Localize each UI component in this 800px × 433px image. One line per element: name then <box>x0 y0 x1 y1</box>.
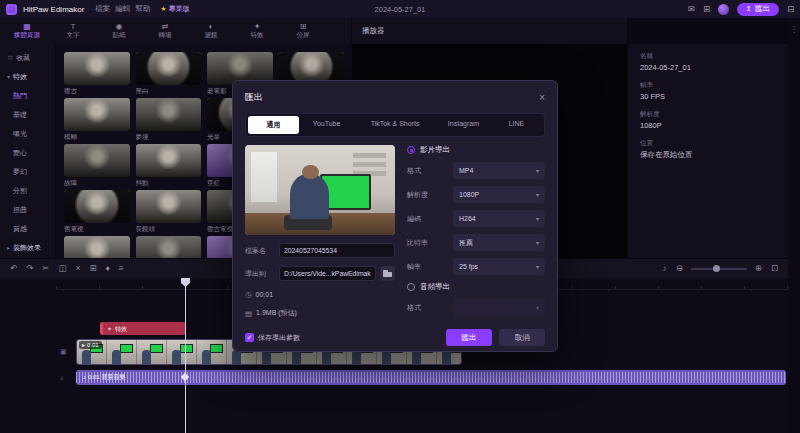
video-export-fields: 格式MP4▾解析度1080P▾編碼H264▾比特率推薦▾幀率25 fps▾ <box>407 162 545 275</box>
media-tab-label: 分屏 <box>297 32 310 39</box>
media-tab[interactable]: ⇄轉場 <box>142 23 188 39</box>
media-tab[interactable]: ✦特效 <box>234 23 280 39</box>
effect-item[interactable]: 復古 <box>64 52 130 96</box>
effect-item[interactable]: 舊電視 <box>64 190 130 234</box>
effect-item[interactable]: 夢境 <box>136 98 202 142</box>
video-frame-thumbnail <box>107 340 137 364</box>
menu-item[interactable]: 編輯 <box>115 4 130 14</box>
person-silhouette <box>290 174 329 219</box>
export-field-value: 推薦 <box>459 238 473 248</box>
timeline-zoom-slider[interactable] <box>691 268 747 270</box>
filename-row: 檔案名 <box>245 243 395 258</box>
video-clip-label: ▸ 0:01 <box>79 341 102 349</box>
app-logo-icon <box>6 4 17 15</box>
more-vertical-icon[interactable]: ⋮ <box>790 26 798 34</box>
effect-clip[interactable]: ✦ 特效 <box>100 322 186 335</box>
more-tools-icon[interactable]: ≡ <box>119 264 124 273</box>
category-label: 扭曲 <box>13 205 27 215</box>
category-item[interactable]: 基礎 <box>0 105 55 124</box>
save-params-checkbox[interactable]: ✓ 保存導出參數 <box>245 333 300 343</box>
layout-icon[interactable]: ⊟ <box>787 5 794 14</box>
media-tab[interactable]: ⊞分屏 <box>280 23 326 39</box>
export-tab[interactable]: YouTube <box>301 116 352 134</box>
category-item[interactable]: ▸裝飾效果 <box>0 238 55 257</box>
media-tab[interactable]: T文字 <box>50 23 96 39</box>
effect-item[interactable]: 黑白 <box>136 52 202 96</box>
export-confirm-button[interactable]: 匯出 <box>446 329 492 346</box>
menu-item[interactable]: 幫助 <box>135 4 150 14</box>
crop-icon[interactable]: ◫ <box>58 264 66 273</box>
filename-label: 檔案名 <box>245 246 275 256</box>
category-item[interactable]: ☆收藏 <box>0 48 55 67</box>
audio-export-label: 音頻導出 <box>420 282 450 292</box>
media-tab[interactable]: ◐濾鏡 <box>188 23 234 39</box>
video-track-icon[interactable]: ▣ <box>60 348 67 355</box>
export-tab[interactable]: TikTok & Shorts <box>354 116 436 134</box>
category-label: 愛心 <box>13 148 27 158</box>
export-path-label: 導出到 <box>245 269 275 279</box>
export-field-select[interactable]: MP4▾ <box>453 162 545 179</box>
effect-item[interactable]: 模糊 <box>64 98 130 142</box>
delete-icon[interactable]: × <box>75 264 80 273</box>
chevron-down-icon: ▾ <box>536 191 539 198</box>
feedback-icon[interactable]: ✉ <box>688 5 695 14</box>
category-item[interactable]: 愛心 <box>0 143 55 162</box>
export-field-select[interactable]: 25 fps▾ <box>453 258 545 275</box>
effect-item[interactable]: 抖動 <box>136 144 202 188</box>
effect-label: 復古 <box>64 87 130 96</box>
export-field-select[interactable]: 推薦▾ <box>453 234 545 251</box>
grid-icon[interactable]: ⊞ <box>89 264 96 273</box>
category-item[interactable]: 曝光 <box>0 124 55 143</box>
media-tab[interactable]: ▦媒體資源 <box>4 23 50 39</box>
category-item[interactable]: 質感 <box>0 219 55 238</box>
zoom-in-icon[interactable]: ⊕ <box>755 264 762 273</box>
favorite-icon: ☆ <box>7 54 13 61</box>
menu-item[interactable]: 檔案 <box>95 4 110 14</box>
undo-icon[interactable]: ↶ <box>10 264 17 273</box>
apps-icon[interactable]: ⊞ <box>703 5 710 14</box>
audio-export-fields: 格式▾ <box>407 299 545 316</box>
effect-item[interactable]: 鏡像 <box>136 236 202 258</box>
app-window: { "colors": {"accent":"#8b3dff","green_s… <box>0 0 800 433</box>
keyframe-icon[interactable]: ♦ <box>106 264 110 273</box>
category-item[interactable]: 夢幻 <box>0 162 55 181</box>
redo-icon[interactable]: ↷ <box>26 264 33 273</box>
export-field-select[interactable]: 1080P▾ <box>453 186 545 203</box>
export-path-input[interactable] <box>279 266 376 281</box>
export-tab[interactable]: Instagram <box>438 116 489 134</box>
split-icon[interactable]: ✂ <box>42 264 49 273</box>
playhead[interactable] <box>185 278 186 433</box>
audio-mix-icon[interactable]: ♪ <box>662 264 666 273</box>
filesize-row: ▤ 1.9MB (預估) <box>245 308 395 318</box>
zoom-slider-knob[interactable] <box>713 265 720 272</box>
export-tab[interactable]: LINE <box>491 116 542 134</box>
fit-timeline-icon[interactable]: ⊡ <box>771 264 778 273</box>
category-item[interactable]: 熱門 <box>0 86 55 105</box>
export-field-select[interactable]: H264▾ <box>453 210 545 227</box>
effect-item[interactable]: 長鏡頭 <box>136 190 202 234</box>
audio-export-radio[interactable]: 音頻導出 <box>407 282 545 292</box>
category-item[interactable]: 扭曲 <box>0 200 55 219</box>
category-label: 熱門 <box>13 91 27 101</box>
export-field-select[interactable]: ▾ <box>453 299 545 316</box>
avatar[interactable] <box>718 4 729 15</box>
effect-item[interactable]: 分割 <box>64 236 130 258</box>
category-item[interactable]: ▾特效 <box>0 67 55 86</box>
topbar-export-button[interactable]: ↥ 匯出 <box>737 3 779 16</box>
media-tab[interactable]: ◉貼紙 <box>96 23 142 39</box>
folder-icon[interactable] <box>380 266 395 281</box>
filename-input[interactable] <box>279 243 395 258</box>
close-icon[interactable]: × <box>539 93 545 103</box>
audio-track-icon[interactable]: ♪ <box>60 374 64 381</box>
cancel-button[interactable]: 取消 <box>499 329 545 346</box>
category-label: 分割 <box>13 186 27 196</box>
effect-thumbnail <box>136 236 202 258</box>
video-export-radio[interactable]: 影片導出 <box>407 145 545 155</box>
export-tab[interactable]: 通用 <box>248 116 299 134</box>
topbar-actions: ✉ ⊞ ↥ 匯出 ⊟ <box>688 3 794 16</box>
media-tab-icon: ✦ <box>254 23 261 31</box>
zoom-out-icon[interactable]: ⊖ <box>676 264 683 273</box>
topbar-export-label: 匯出 <box>755 4 770 14</box>
effect-item[interactable]: 故障 <box>64 144 130 188</box>
category-item[interactable]: 分割 <box>0 181 55 200</box>
